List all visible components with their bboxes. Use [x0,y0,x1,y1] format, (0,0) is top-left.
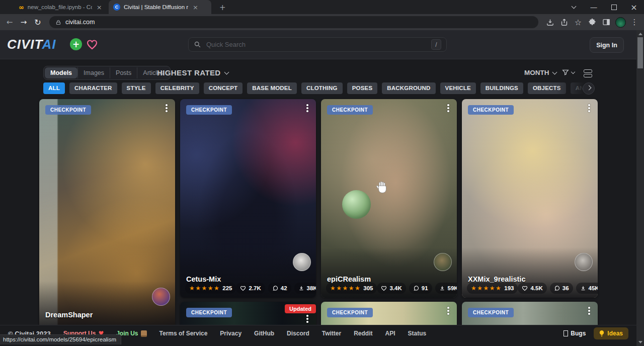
tab-close-icon[interactable]: × [192,4,199,11]
model-type-badge: CHECKPOINT [468,308,514,317]
chip-base-model[interactable]: BASE MODEL [247,82,297,94]
back-button[interactable]: ← [3,16,16,29]
browser-window: CHECKPOINT Updated CHECKPOINT CHECKPOINT… [0,0,644,346]
browser-menu-icon[interactable]: ⋮ [628,16,641,29]
model-card-dreamshaper[interactable]: CHECKPOINT DreamShaper [39,99,175,331]
period-dropdown[interactable]: MONTH [524,69,556,76]
browser-tab-strip: ∞ new_colab_file.ipynb - Colaborat × C C… [0,0,644,14]
chip-concept[interactable]: CONCEPT [204,82,243,94]
model-card-xxmix[interactable]: CHECKPOINT XXMix_9realistic ★★★★★ 193 4.… [462,99,598,298]
download-page-icon[interactable] [543,16,556,29]
chip-style[interactable]: STYLE [122,82,151,94]
creator-avatar[interactable] [434,253,452,271]
tab-posts[interactable]: Posts [110,67,137,78]
card-menu-icon[interactable] [586,307,593,315]
card-menu-icon[interactable] [445,104,452,112]
maximize-button[interactable] [604,0,624,14]
card-menu-icon[interactable] [163,104,170,112]
bugs-button[interactable]: Bugs [564,330,586,337]
support-heart-button[interactable] [86,38,98,50]
logo-text-primary: CIVIT [7,37,42,52]
forward-button[interactable]: → [17,16,30,29]
sort-dropdown[interactable]: HIGHEST RATED [157,68,228,77]
chevron-down-icon [552,69,557,74]
chip-background[interactable]: BACKGROUND [382,82,435,94]
search-input[interactable] [205,40,427,49]
footer-link-status[interactable]: Status [408,330,427,337]
card-menu-icon[interactable] [445,307,452,315]
window-controls: — × [564,0,644,14]
footer-link-github[interactable]: GitHub [254,330,274,337]
footer-link-privacy[interactable]: Privacy [220,330,242,337]
new-tab-button[interactable]: + [216,1,229,14]
model-card-cetus-mix[interactable]: CHECKPOINT Cetus-Mix ★★★★★ 225 2.7K 42 [180,99,316,298]
downloads-pill: 45K [576,283,598,294]
star-icons: ★★★★★ [189,285,220,291]
link-preview-statusbar: https://civitai.com/models/25694/epicrea… [0,334,121,344]
tab-close-icon[interactable]: × [96,4,103,11]
footer-right-group: Bugs Ideas [564,327,628,339]
chevron-right-icon [586,85,591,91]
chip-all[interactable]: ALL [43,82,65,94]
card-menu-icon[interactable] [586,104,593,112]
bookmark-star-icon[interactable]: ☆ [572,16,585,29]
chip-clothing[interactable]: CLOTHING [301,82,343,94]
footer-link-api[interactable]: API [385,330,395,337]
comments-pill: 36 [550,283,573,294]
share-icon[interactable] [557,16,571,29]
chips-scroll-right-button[interactable] [583,82,595,95]
minimize-button[interactable]: — [584,0,604,14]
footer-link-terms[interactable]: Terms of Service [159,330,208,337]
briefcase-icon [141,330,147,337]
chevron-down-icon [224,69,229,74]
heart-icon [86,38,98,50]
chip-poses[interactable]: POSES [347,82,378,94]
tab-civitai[interactable]: C Civitai | Stable Diffusion models, × [109,0,211,14]
page-scrollbar[interactable] [636,30,644,346]
creator-avatar[interactable] [575,253,593,271]
rating-pill: ★★★★★ 225 [185,283,236,294]
footer-link-twitter[interactable]: Twitter [322,330,341,337]
layout-toggle-icon[interactable] [584,69,592,78]
rating-count: 225 [222,285,232,291]
sign-in-button[interactable]: Sign In [590,37,624,53]
profile-avatar[interactable] [614,16,627,29]
reload-button[interactable]: ↻ [31,16,44,29]
creator-avatar[interactable] [293,253,311,271]
heart-icon [522,285,528,291]
ideas-button[interactable]: Ideas [594,327,628,339]
close-window-button[interactable]: × [624,0,644,14]
creator-avatar[interactable] [152,288,170,306]
chip-character[interactable]: CHARACTER [69,82,117,94]
extensions-icon[interactable] [586,16,599,29]
filter-dropdown[interactable] [561,68,575,76]
tab-models[interactable]: Models [45,67,77,78]
chip-buildings[interactable]: BUILDINGS [480,82,523,94]
tab-search-icon[interactable] [564,0,584,14]
tab-colab[interactable]: ∞ new_colab_file.ipynb - Colaborat × [14,0,109,14]
browser-toolbar: ← → ↻ civitai.com ☆ ⋮ [0,14,644,30]
chip-vehicle[interactable]: VEHICLE [440,82,476,94]
model-title: DreamShaper [45,311,93,319]
address-bar[interactable]: civitai.com [49,16,538,28]
comments-pill: 91 [409,283,432,294]
card-menu-icon[interactable] [304,104,311,112]
side-panel-icon[interactable] [600,16,613,29]
chip-celebrity[interactable]: CELEBRITY [155,82,199,94]
footer-link-discord[interactable]: Discord [287,330,309,337]
scrollbar-thumb[interactable] [637,37,643,68]
civitai-logo[interactable]: CIVITAI [7,37,56,52]
hand-cursor [376,181,388,196]
ideas-label: Ideas [607,330,623,337]
upload-plus-button[interactable]: + [70,38,82,50]
footer-link-reddit[interactable]: Reddit [354,330,372,337]
likes-pill: 4.5K [518,283,546,294]
quick-search-bar[interactable]: / [188,37,447,52]
scroll-down-arrow[interactable] [638,341,642,343]
model-type-badge: CHECKPOINT [186,308,232,317]
model-card-epicrealism[interactable]: CHECKPOINT epiCRealism ★★★★★ 305 3.4K 91 [321,99,457,298]
tab-images[interactable]: Images [77,67,110,78]
scroll-up-arrow[interactable] [638,33,642,35]
card-menu-icon[interactable] [304,315,311,323]
comments-count: 36 [562,285,569,291]
